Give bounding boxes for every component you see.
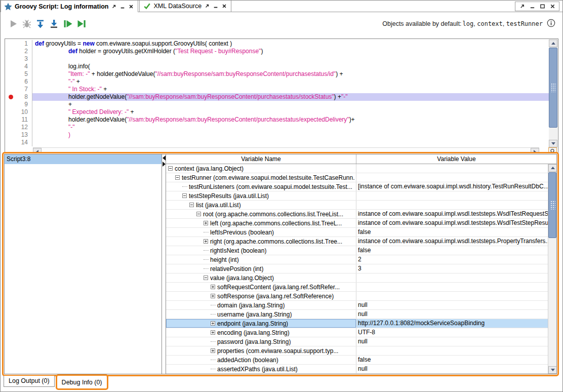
- variable-name-cell[interactable]: addedAction (boolean): [166, 356, 356, 364]
- variable-value[interactable]: null: [356, 301, 548, 309]
- variable-value[interactable]: [356, 346, 548, 355]
- variable-row[interactable]: leftIsPrevious (boolean)false: [166, 228, 548, 237]
- code-line[interactable]: 1def groovyUtils = new com.eviware.soapu…: [5, 40, 549, 48]
- code-line[interactable]: 12"-": [5, 124, 549, 131]
- variable-value[interactable]: instance of com.eviware.soapui.impl.wsdl…: [356, 210, 548, 218]
- expand-right-icon[interactable]: [163, 162, 166, 167]
- variable-name-cell[interactable]: rightIsNext (boolean): [166, 246, 356, 255]
- close-window-icon[interactable]: [549, 4, 555, 10]
- line-number[interactable]: 1: [5, 40, 32, 48]
- line-number[interactable]: 8: [5, 93, 32, 101]
- variable-name-cell[interactable]: softRequestContent (java.lang.ref.SoftRe…: [166, 283, 356, 291]
- variable-row[interactable]: testRunner (com.eviware.soapui.model.tes…: [166, 173, 548, 182]
- scroll-down-icon[interactable]: [549, 140, 557, 147]
- variable-row[interactable]: addedAction (boolean)false: [166, 356, 548, 365]
- line-number[interactable]: 5: [5, 70, 32, 78]
- line-number[interactable]: 3: [5, 55, 32, 63]
- variable-row[interactable]: context (java.lang.Object): [166, 164, 548, 173]
- step-into-button[interactable]: [34, 18, 47, 30]
- column-header-variable-value[interactable]: Variable Value: [356, 154, 556, 164]
- float-tab-icon[interactable]: [111, 4, 117, 10]
- variable-row[interactable]: softResponse (java.lang.ref.SoftReferenc…: [166, 292, 548, 301]
- code-line[interactable]: 2def holder = groovyUtils.getXmlHolder (…: [5, 48, 549, 55]
- variable-value[interactable]: [356, 191, 548, 200]
- line-number[interactable]: 12: [5, 124, 32, 131]
- variable-row[interactable]: list (java.util.List): [166, 201, 548, 210]
- variable-row[interactable]: testRunListeners (com.eviware.soapui.mod…: [166, 182, 548, 191]
- variable-value[interactable]: instance of com.eviware.soapui.impl.wsdl…: [356, 237, 548, 246]
- info-icon[interactable]: [547, 19, 555, 29]
- line-number[interactable]: 10: [5, 108, 32, 116]
- code-line[interactable]: 8holder.getNodeValue("//sam:buyResponse/…: [5, 93, 549, 101]
- variable-row[interactable]: right (org.apache.commons.collections.li…: [166, 237, 548, 246]
- variable-value[interactable]: 3: [356, 264, 548, 273]
- variable-value[interactable]: [instance of com.eviware.soapui.impl.wsd…: [356, 182, 548, 191]
- line-number[interactable]: 14: [5, 139, 32, 146]
- variable-name-cell[interactable]: assertedXPaths (java.util.List): [166, 365, 356, 373]
- line-number[interactable]: 6: [5, 78, 32, 86]
- debug-bug-button[interactable]: [21, 18, 33, 30]
- collapse-icon[interactable]: [189, 203, 194, 207]
- minimize-window-icon[interactable]: [529, 4, 535, 10]
- variable-row[interactable]: relativePosition (int)3: [166, 264, 548, 273]
- code-line[interactable]: 6"-" +: [5, 78, 549, 86]
- code-line[interactable]: 4log.info(: [5, 63, 549, 70]
- variable-name-cell[interactable]: context (java.lang.Object): [166, 164, 356, 173]
- collapse-left-icon[interactable]: [163, 155, 166, 161]
- variable-row[interactable]: height (int)2: [166, 255, 548, 264]
- code-line[interactable]: 10" Expected Delivery: -" +: [5, 108, 549, 116]
- collapse-icon[interactable]: [204, 276, 208, 280]
- expand-icon[interactable]: [204, 221, 208, 225]
- groovy-code-editor[interactable]: 1def groovyUtils = new com.eviware.soapu…: [5, 38, 558, 156]
- close-tab-icon[interactable]: [221, 3, 227, 9]
- collapse-icon[interactable]: [182, 193, 187, 198]
- variable-name-cell[interactable]: username (java.lang.String): [166, 310, 356, 319]
- variable-value[interactable]: [356, 273, 548, 282]
- variable-value[interactable]: instance of com.eviware.soapui.impl.wsdl…: [356, 219, 548, 227]
- variable-row[interactable]: password (java.lang.String)null: [166, 337, 548, 346]
- variable-value[interactable]: false: [356, 246, 548, 255]
- editor-vscroll-thumb[interactable]: [549, 48, 557, 128]
- variable-name-cell[interactable]: properties (com.eviware.soapui.support.t…: [166, 346, 356, 355]
- vars-scroll-up-icon[interactable]: [548, 164, 556, 172]
- variable-name-cell[interactable]: value (java.lang.Object): [166, 273, 356, 282]
- resume-button[interactable]: [62, 18, 74, 30]
- line-number[interactable]: 4: [5, 63, 32, 70]
- variable-value[interactable]: [356, 283, 548, 291]
- variable-name-cell[interactable]: testStepResults (java.util.List): [166, 191, 356, 200]
- code-line[interactable]: 11holder.getNodeValue("//sam:buyResponse…: [5, 116, 549, 124]
- variable-name-cell[interactable]: list (java.util.List): [166, 201, 356, 209]
- bottom-tab-debug-info[interactable]: Debug Info (0): [60, 378, 104, 387]
- float-window-icon[interactable]: [519, 4, 525, 10]
- vars-scroll-down-icon[interactable]: [548, 366, 556, 374]
- expand-icon[interactable]: [211, 285, 215, 289]
- expand-icon[interactable]: [204, 239, 208, 244]
- close-tab-icon[interactable]: [128, 4, 134, 10]
- scroll-up-icon[interactable]: [549, 40, 557, 47]
- variable-name-cell[interactable]: left (org.apache.commons.collections.lis…: [166, 219, 356, 227]
- variable-name-cell[interactable]: root (org.apache.commons.collections.lis…: [166, 210, 356, 218]
- variable-name-cell[interactable]: testRunListeners (com.eviware.soapui.mod…: [166, 182, 356, 191]
- editor-tab-groovy-script[interactable]: Groovy Script: Log information: [1, 0, 138, 12]
- variable-row[interactable]: value (java.lang.Object): [166, 273, 548, 283]
- variable-value[interactable]: [356, 164, 548, 173]
- line-number[interactable]: 13: [5, 131, 32, 139]
- column-header-variable-name[interactable]: Variable Name: [166, 154, 356, 164]
- variable-row[interactable]: root (org.apache.commons.collections.lis…: [166, 210, 548, 219]
- line-number[interactable]: 9: [5, 101, 32, 108]
- variable-value[interactable]: [356, 292, 548, 300]
- float-tab-icon[interactable]: [204, 3, 210, 9]
- expand-icon[interactable]: [211, 321, 215, 326]
- variable-name-cell[interactable]: relativePosition (int): [166, 264, 356, 273]
- breakpoint-icon[interactable]: [9, 95, 13, 99]
- code-line[interactable]: 3: [5, 55, 549, 63]
- expand-icon[interactable]: [211, 330, 215, 335]
- variable-name-cell[interactable]: encoding (java.lang.String): [166, 328, 356, 337]
- variable-row[interactable]: username (java.lang.String)null: [166, 310, 548, 319]
- code-area[interactable]: 1def groovyUtils = new com.eviware.soapu…: [5, 40, 549, 147]
- variable-row[interactable]: softRequestContent (java.lang.ref.SoftRe…: [166, 283, 548, 292]
- code-line[interactable]: 13): [5, 131, 549, 139]
- variable-name-cell[interactable]: endpoint (java.lang.String): [166, 319, 356, 328]
- variable-name-cell[interactable]: right (org.apache.commons.collections.li…: [166, 237, 356, 246]
- editor-vertical-scrollbar[interactable]: [549, 40, 557, 147]
